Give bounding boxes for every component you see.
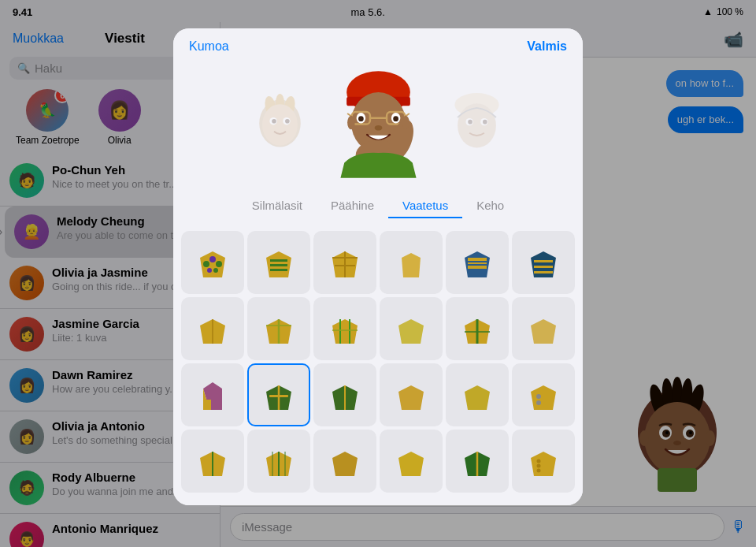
cancel-button[interactable]: Kumoa — [189, 39, 229, 54]
svg-rect-74 — [279, 395, 288, 397]
svg-point-38 — [374, 125, 382, 131]
clothing-item-22[interactable] — [380, 430, 443, 493]
svg-point-83 — [537, 460, 541, 463]
clothing-item-17[interactable] — [446, 363, 509, 426]
clothing-item-24[interactable] — [512, 430, 575, 493]
svg-point-24 — [272, 118, 276, 123]
svg-point-41 — [347, 116, 355, 129]
clothing-item-1[interactable] — [181, 231, 244, 294]
clothing-item-3[interactable] — [313, 231, 376, 294]
clothing-item-14[interactable] — [247, 363, 310, 426]
svg-rect-64 — [534, 266, 553, 268]
clothing-item-2[interactable] — [247, 231, 310, 294]
svg-point-37 — [393, 116, 398, 121]
ipad-frame: 9.41 ma 5.6. ▲ 100 % Muokkaa Viestit ✏️ … — [0, 0, 756, 547]
clothing-item-13[interactable] — [181, 363, 244, 426]
clothing-item-11[interactable] — [446, 297, 509, 360]
tab-keho[interactable]: Keho — [462, 194, 518, 218]
svg-point-49 — [203, 261, 209, 267]
svg-rect-63 — [534, 260, 553, 262]
clothing-item-5[interactable] — [446, 231, 509, 294]
svg-point-76 — [536, 394, 541, 399]
clothing-item-10[interactable] — [380, 297, 443, 360]
svg-point-21 — [262, 104, 298, 146]
svg-point-53 — [213, 268, 218, 273]
clothing-item-7[interactable] — [181, 297, 244, 360]
clothing-item-9[interactable] — [313, 297, 376, 360]
clothing-item-12[interactable] — [512, 297, 575, 360]
svg-point-51 — [216, 261, 222, 267]
clothing-item-16[interactable] — [380, 363, 443, 426]
svg-point-52 — [207, 268, 212, 273]
svg-point-84 — [537, 464, 541, 468]
category-tabs: Silmälasit Päähine Vaatetus Keho — [173, 191, 583, 226]
tab-paahine[interactable]: Päähine — [317, 194, 388, 218]
tab-vaatetus[interactable]: Vaatetus — [388, 194, 462, 218]
clothing-item-21[interactable] — [313, 430, 376, 493]
svg-rect-73 — [269, 395, 279, 397]
svg-rect-61 — [468, 262, 487, 264]
svg-point-47 — [468, 119, 472, 124]
clothing-grid — [173, 226, 583, 505]
svg-point-42 — [402, 116, 410, 129]
modal-header: Kumoa Valmis — [173, 28, 583, 60]
memoji-editor-modal: Kumoa Valmis — [173, 28, 583, 505]
clothing-item-20[interactable] — [247, 430, 310, 493]
memoji-preview-right — [445, 87, 508, 158]
svg-point-85 — [537, 469, 541, 473]
done-button[interactable]: Valmis — [527, 39, 567, 54]
svg-point-25 — [285, 118, 290, 123]
clothing-item-23[interactable] — [446, 430, 509, 493]
memoji-preview-left — [248, 87, 311, 158]
svg-point-77 — [536, 400, 541, 405]
svg-rect-54 — [270, 259, 287, 262]
modal-overlay: Kumoa Valmis — [0, 0, 756, 547]
svg-rect-62 — [468, 266, 487, 269]
svg-rect-60 — [468, 258, 487, 261]
tab-silmalasit[interactable]: Silmälasit — [238, 194, 317, 218]
memoji-preview-center — [327, 68, 429, 178]
clothing-item-15[interactable] — [313, 363, 376, 426]
svg-point-44 — [458, 103, 496, 147]
clothing-item-18[interactable] — [512, 363, 575, 426]
svg-rect-65 — [534, 271, 553, 274]
svg-point-36 — [358, 116, 364, 121]
memoji-preview-area — [173, 60, 583, 191]
clothing-item-6[interactable] — [512, 231, 575, 294]
svg-rect-56 — [270, 269, 287, 271]
svg-point-50 — [209, 256, 216, 262]
svg-rect-71 — [203, 400, 211, 410]
clothing-item-19[interactable] — [181, 430, 244, 493]
svg-rect-55 — [270, 264, 287, 266]
clothing-item-8[interactable] — [247, 297, 310, 360]
clothing-item-4[interactable] — [380, 231, 443, 294]
svg-point-48 — [483, 119, 487, 124]
